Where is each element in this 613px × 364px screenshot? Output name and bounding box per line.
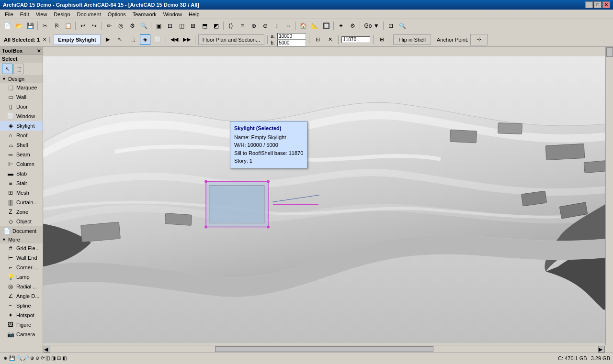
toolbox-item-grid-ele[interactable]: # Grid Ele... [0, 243, 43, 253]
anchor-icon[interactable]: ⊹ [470, 34, 488, 45]
tool-arrow[interactable]: ↖ [2, 64, 12, 74]
toolbox-item-window[interactable]: ⬜ Window [0, 111, 43, 121]
save-button[interactable]: 💾 [25, 21, 35, 31]
draw-tool3[interactable]: ⚙ [127, 21, 137, 31]
toolbox-item-figure[interactable]: 🖼 Figure [0, 320, 43, 330]
view-btn1[interactable]: ▣ [153, 21, 164, 31]
extra-btn1[interactable]: ⊡ [386, 21, 396, 31]
coord-a-input[interactable] [277, 33, 306, 40]
toolbox-item-hotspot[interactable]: ✦ Hotspot [0, 310, 43, 320]
nav-btn3[interactable]: ⊕ [249, 21, 259, 31]
toolbox-item-zone[interactable]: Z Zone [0, 207, 43, 217]
3d-view-area[interactable]: Skylight (Selected) Name: Empty Skylight… [43, 47, 613, 353]
toolbox-item-spline[interactable]: ~ Spline [0, 301, 43, 310]
toolbox-item-shell[interactable]: ⌓ Shell [0, 140, 43, 150]
menu-document[interactable]: Document [74, 11, 104, 18]
nav-next[interactable]: ▶▶ [182, 34, 192, 45]
flip-value-input[interactable] [341, 36, 370, 43]
hscroll-left[interactable]: ◀ [44, 346, 50, 353]
toolbox-item-radial[interactable]: ◎ Radial ... [0, 282, 43, 291]
view-btn3[interactable]: ◫ [176, 21, 187, 31]
toolbox-item-wall-end[interactable]: ⊢ Wall End [0, 253, 43, 263]
toolbox-item-document[interactable]: 📄 Document [0, 226, 43, 236]
toolbox-close-button[interactable]: ✕ [37, 48, 41, 54]
window-controls[interactable]: ─ □ ✕ [585, 1, 610, 8]
coord-b-input[interactable] [277, 40, 306, 46]
toolbox-item-angle-d[interactable]: ∠ Angle D... [0, 291, 43, 301]
3d-btn3[interactable]: 🔲 [321, 21, 331, 31]
paste-button[interactable]: 📋 [63, 21, 73, 31]
toolbox-item-roof[interactable]: ⌂ Roof [0, 131, 43, 140]
open-button[interactable]: 📂 [13, 21, 24, 31]
toolbox-item-stair[interactable]: ≡ Stair [0, 178, 43, 188]
3d-btn2[interactable]: 📐 [309, 21, 320, 31]
section-more[interactable]: ▼ More [0, 236, 43, 243]
flip-in-shell-button[interactable]: Flip in Shell [393, 34, 431, 45]
toolbox-item-slab[interactable]: ▬ Slab [0, 169, 43, 178]
minimize-button[interactable]: ─ [585, 1, 593, 8]
view-btn5[interactable]: ⬒ [199, 21, 210, 31]
render-btn[interactable]: ✦ [336, 21, 346, 31]
menu-options[interactable]: Options [105, 11, 129, 18]
settings-btn[interactable]: ⚙ [347, 21, 358, 31]
cut-button[interactable]: ✂ [40, 21, 50, 31]
redo-button[interactable]: ↪ [89, 21, 100, 31]
menu-file[interactable]: File [2, 11, 16, 18]
menu-view[interactable]: View [33, 11, 50, 18]
undo-button[interactable]: ↩ [78, 21, 88, 31]
selection-close[interactable]: ✕ [43, 37, 46, 42]
toolbox-item-corner[interactable]: ⌐ Corner-... [0, 263, 43, 272]
nav-btn4[interactable]: ⊖ [260, 21, 271, 31]
section-design[interactable]: ▼ Design [0, 75, 43, 83]
view-btn6[interactable]: ◩ [211, 21, 221, 31]
toolbox-item-marquee[interactable]: ⬚ Marquee [0, 83, 43, 92]
sel-tool2[interactable]: ⬚ [127, 34, 138, 45]
toolbox-item-curtain[interactable]: ||| Curtain... [0, 198, 43, 207]
sel-tool4[interactable]: ⬜ [152, 34, 163, 45]
action-icon1[interactable]: ⊞ [376, 34, 387, 45]
sel-arrow-right[interactable]: ▶ [102, 34, 113, 45]
toolbox-item-skylight[interactable]: ◈ Skylight [0, 121, 43, 131]
tool-select2[interactable]: ⬚ [13, 64, 24, 74]
toolbox-item-lamp[interactable]: 💡 Lamp [0, 272, 43, 282]
nav-btn1[interactable]: ⟨⟩ [226, 21, 236, 31]
3d-btn1[interactable]: 🏠 [298, 21, 308, 31]
nav-btn6[interactable]: ↔ [283, 21, 294, 31]
toolbox-item-mesh[interactable]: ⊞ Mesh [0, 188, 43, 198]
toolbox-item-camera[interactable]: 📷 Camera [0, 330, 43, 339]
draw-tool4[interactable]: 🔍 [138, 21, 149, 31]
toolbox-item-column[interactable]: ⊩ Column [0, 159, 43, 169]
toolbox-item-object[interactable]: ◇ Object [0, 217, 43, 226]
restore-button[interactable]: □ [594, 1, 602, 8]
hscroll-thumb[interactable] [215, 346, 434, 352]
extra-btn2[interactable]: 🔍 [397, 21, 408, 31]
menu-edit[interactable]: Edit [17, 11, 32, 18]
empty-skylight-button[interactable]: Empty Skylight [54, 34, 100, 45]
nav-btn2[interactable]: ≡ [237, 21, 248, 31]
sel-tool3[interactable]: ◈ [140, 34, 150, 45]
view-btn4[interactable]: ⊞ [188, 21, 198, 31]
menu-window[interactable]: Window [160, 11, 185, 18]
view-btn2[interactable]: ⊡ [165, 21, 175, 31]
menu-design[interactable]: Design [51, 11, 73, 18]
nav-btn5[interactable]: ↕ [272, 21, 282, 31]
vscroll-thumb[interactable] [606, 47, 613, 57]
toolbox-item-beam[interactable]: ═ Beam [0, 150, 43, 159]
go-btn[interactable]: Go ▼ [362, 21, 381, 31]
draw-tool2[interactable]: ◎ [115, 21, 126, 31]
close-button[interactable]: ✕ [602, 1, 610, 8]
sel-tool1[interactable]: ↖ [115, 34, 125, 45]
draw-tool1[interactable]: ✏ [104, 21, 114, 31]
new-button[interactable]: 📄 [2, 21, 12, 31]
floor-plan-button[interactable]: Floor Plan and Section... [198, 34, 264, 45]
extra-icon1[interactable]: ⊡ [312, 34, 323, 45]
extra-icon2[interactable]: ✕ [325, 34, 335, 45]
hscroll-right[interactable]: ▶ [598, 346, 605, 353]
horizontal-scrollbar[interactable]: ◀ ▶ [43, 345, 605, 353]
copy-button[interactable]: ⎘ [51, 21, 62, 31]
toolbox-item-door[interactable]: ▯ Door [0, 102, 43, 111]
nav-prev[interactable]: ◀◀ [169, 34, 180, 45]
toolbox-item-wall[interactable]: ▭ Wall [0, 92, 43, 102]
menu-teamwork[interactable]: Teamwork [130, 11, 159, 18]
hscroll-track[interactable] [51, 346, 598, 352]
